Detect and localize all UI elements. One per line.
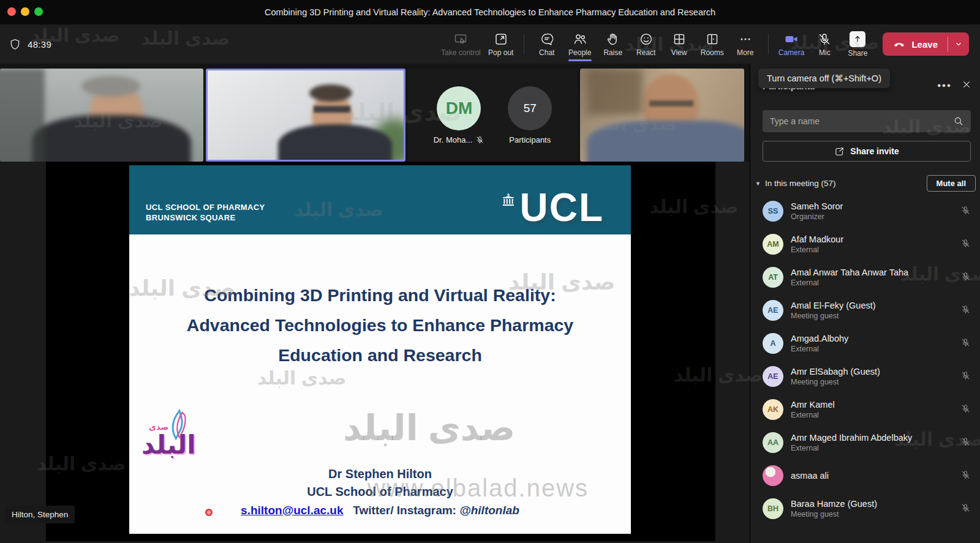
participant-mic-muted-icon [960,436,971,449]
participant-name: Amal El-Feky (Guest) [791,301,876,310]
participant-mic-muted-icon [960,271,971,284]
rooms-icon [705,32,720,47]
participant-avatar: AK [763,399,783,420]
share-invite-button[interactable]: Share invite [763,141,971,162]
participant-name: Amr Kamel [791,400,835,410]
social-label: Twitter/ Instagram: [353,504,456,517]
mute-all-button[interactable]: Mute all [927,175,976,192]
mic-button[interactable]: Mic [808,26,841,62]
share-icon [850,31,865,47]
leave-button[interactable]: Leave [883,32,969,56]
participant-role: Meeting guest [791,312,876,320]
hang-up-icon [892,37,906,51]
mic-muted-icon [817,32,832,47]
participant-row[interactable]: A Amgad.Albohy External [750,327,980,360]
take-control-icon [453,32,468,47]
participant-name: Amr Maged Ibrahim Abdelbaky [791,433,912,443]
participant-avatar: AE [763,366,783,387]
participant-row[interactable]: asmaa ali [750,459,980,492]
shield-icon [9,38,21,51]
participants-panel: Participants ••• Share invite ▼ In this … [750,64,980,543]
participant-avatar [763,465,783,486]
participant-avatar: AM [763,234,783,255]
shared-screen: UCL SCHOOL OF PHARMACY BRUNSWICK SQUARE … [46,162,715,541]
camera-icon [784,32,799,47]
more-button[interactable]: More [729,26,762,62]
participant-role: Meeting guest [791,510,877,519]
ucl-logo-text: UCL [519,190,604,225]
chevron-down-icon [954,40,963,48]
camera-tooltip: Turn camera off (⌘+Shift+O) [758,69,890,88]
participant-row[interactable]: AK Amr Kamel External [750,393,980,426]
more-icon [738,32,753,47]
participant-name: asmaa ali [791,471,829,481]
participant-mic-muted-icon [960,238,971,251]
in-this-meeting-label: In this meeting (57) [765,179,836,188]
participant-role: External [791,245,843,254]
participant-name-label: Dr. Moha... [434,135,473,144]
leave-options-button[interactable] [948,32,969,56]
pop-out-button[interactable]: Pop out [484,26,518,62]
participant-name: Amal Anwar Taha Anwar Taha [791,268,908,277]
participant-role: Organizer [791,212,843,221]
search-icon [953,116,964,127]
video-tile-participant-3[interactable] [580,69,744,162]
meeting-toolbar: 48:39 Take control Pop out Chat People [0,24,980,64]
participant-mic-muted-icon [960,304,971,317]
presentation-slide: UCL SCHOOL OF PHARMACY BRUNSWICK SQUARE … [129,165,631,534]
participant-name: Amr ElSabagh (Guest) [791,367,880,376]
participant-name: Sameh Soror [791,201,843,211]
ucl-portico-icon [501,193,516,207]
sada-elbalad-logo: صدى البلد [129,413,213,469]
camera-button[interactable]: Camera [775,26,809,62]
panel-more-icon[interactable]: ••• [937,80,952,92]
participant-row[interactable]: BH Baraa Hamze (Guest) Meeting guest [750,492,980,525]
presenter-name-chip: Hilton, Stephen [5,506,75,523]
participants-count-block[interactable]: 57 Participants [508,86,552,144]
participant-role: Meeting guest [791,378,880,386]
view-button[interactable]: View [663,26,696,62]
participant-role: External [791,444,912,452]
close-window-button[interactable] [7,7,16,16]
share-button[interactable]: Share [841,26,874,62]
people-button[interactable]: People [564,26,597,62]
minimize-window-button[interactable] [21,7,29,16]
participant-row[interactable]: AT Amal Anwar Taha Anwar Taha External [750,261,980,294]
participant-mic-muted-icon [960,337,971,350]
slide-title: Combining 3D Printing and Virtual Realit… [129,280,631,370]
participant-row[interactable]: AE Amr ElSabagh (Guest) Meeting guest [750,360,980,393]
participants-count: 57 [508,86,552,130]
zoom-window-button[interactable] [34,7,43,16]
react-button[interactable]: React [630,26,663,62]
share-invite-icon [834,146,845,157]
participant-row[interactable]: SS Sameh Soror Organizer [750,195,980,228]
video-strip: DM Dr. Moha... 57 Participants [0,64,750,162]
hidden-participants-zone: DM Dr. Moha... 57 Participants [408,69,578,162]
participant-mic-muted-icon [960,470,971,482]
participant-mic-muted-icon [960,403,971,416]
participant-avatar-block[interactable]: DM Dr. Moha... [434,86,485,144]
rooms-button[interactable]: Rooms [696,26,729,62]
collapse-triangle-icon[interactable]: ▼ [755,181,761,187]
slide-org-line2: BRUNSWICK SQUARE [146,212,265,223]
laser-pointer-dot [205,509,213,516]
participant-mic-muted-icon [960,205,971,218]
teams-meeting-window: Combining 3D Printing and Virtual Realit… [0,0,980,543]
email-link[interactable]: s.hilton@ucl.ac.uk [241,504,343,517]
raise-hand-button[interactable]: Raise [597,26,630,62]
participant-role: External [791,345,848,353]
participant-row[interactable]: AE Amal El-Feky (Guest) Meeting guest [750,294,980,327]
participant-avatar: AA [763,432,783,453]
participant-row[interactable]: AM Afaf Madkour External [750,228,980,261]
chat-button[interactable]: Chat [530,26,564,62]
participant-search[interactable] [763,110,971,132]
close-panel-icon[interactable] [962,80,971,92]
video-tile-active-speaker[interactable] [206,69,405,162]
toolbar-divider [768,34,769,54]
participant-row[interactable]: AA Amr Maged Ibrahim Abdelbaky External [750,426,980,459]
video-tile-participant-1[interactable] [0,69,203,162]
people-selected-indicator [568,59,592,61]
view-icon [672,32,687,47]
pop-out-icon [494,32,508,47]
search-input[interactable] [763,116,953,126]
